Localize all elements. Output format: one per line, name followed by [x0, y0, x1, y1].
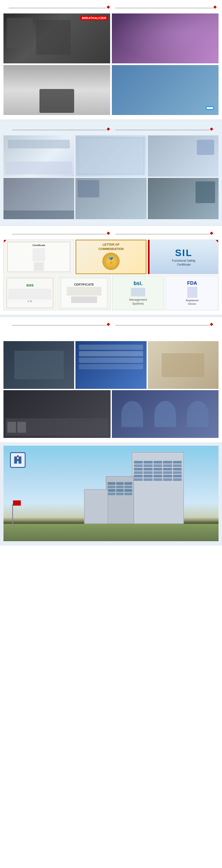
cert-line-left [12, 234, 107, 234]
about-bottom-images [3, 390, 219, 438]
cust-img-3 [148, 135, 219, 177]
cert-cell-2: LETTER OFCOMMENDATION 🏅 [75, 240, 146, 274]
cert-cell-4: SGS C E [3, 276, 56, 310]
header-line-right [115, 8, 213, 8]
about-line-left [12, 325, 107, 326]
cust-img-5 [75, 178, 146, 219]
cust-img-6 [148, 178, 219, 219]
building-section [0, 446, 222, 546]
building-image [3, 446, 219, 541]
about-description [3, 331, 219, 341]
cert-cell-3: SIL Functional SafetyCertificate [148, 240, 219, 274]
cust-img-1 [3, 135, 74, 177]
diamond-tl [3, 240, 7, 243]
product-cell-party [112, 13, 219, 63]
about-header [3, 317, 219, 331]
about-img-4 [3, 390, 111, 438]
cert-cell-6: bsi. ManagementSystems [112, 276, 165, 310]
cust-line-right [115, 130, 210, 130]
customers-grid [3, 135, 219, 219]
header-line-left [9, 8, 107, 8]
about-img-2 [75, 341, 146, 389]
about-img-1 [3, 341, 74, 389]
cust-img-2 [75, 135, 146, 177]
product-cell-bar: BREATHALYZER [3, 13, 110, 63]
svg-point-0 [17, 455, 19, 457]
about-img-3 [148, 341, 219, 389]
cert-cell-5: CERTIFICATE [58, 276, 111, 310]
product-cell-workplace [112, 65, 219, 115]
product-application-section: BREATHALYZER [0, 13, 222, 119]
cert-cell-1: Certificate [3, 240, 74, 274]
hanwei-icon [10, 452, 26, 468]
certs-header [3, 226, 219, 240]
certs-row-2: SGS C E CERTIFICATE bsi. ManagementSyste… [3, 276, 219, 310]
cust-img-4 [3, 178, 74, 219]
diamond-tr [215, 240, 219, 243]
about-section [0, 317, 222, 442]
product-application-header [0, 0, 222, 13]
certificates-section: Certificate LETTER OFCOMMENDATION 🏅 SIL … [0, 226, 222, 315]
hanwei-logo [10, 452, 28, 468]
customers-header [3, 122, 219, 135]
product-cell-police [3, 65, 110, 115]
about-img-5 [112, 390, 219, 438]
product-grid: BREATHALYZER [3, 13, 219, 115]
cert-cell-7: FDA RegisteredDevice [166, 276, 219, 310]
about-line-right [115, 325, 210, 326]
cert-line-right [115, 234, 210, 234]
about-top-images [3, 341, 219, 389]
workplace-badge [206, 106, 214, 110]
customers-section [0, 122, 222, 224]
certs-row-1: Certificate LETTER OFCOMMENDATION 🏅 SIL … [3, 240, 219, 274]
cust-line-left [12, 130, 107, 130]
